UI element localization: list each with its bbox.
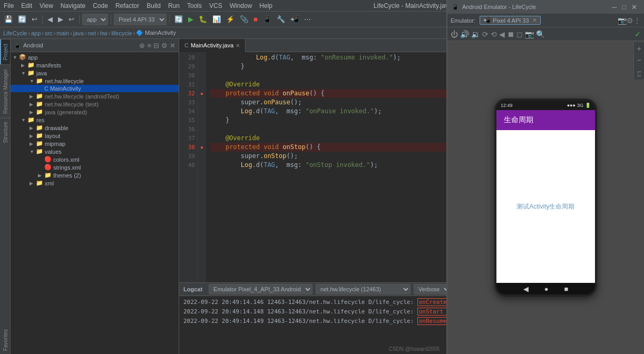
menu-view[interactable]: View (36, 1, 57, 11)
toolbar-sdk-btn[interactable]: 🔧 (275, 14, 287, 24)
emulator-maximize-btn[interactable]: □ (619, 2, 629, 12)
emulator-toolbar: Emulator: 📲 Pixel 4 API 33 ✕ 📷 ⚙ ⋮ (447, 14, 644, 27)
toolbar-profile-btn[interactable]: 📊 (210, 14, 223, 24)
bc-src[interactable]: src (45, 30, 53, 36)
tree-java[interactable]: ▼ 📁 java (11, 69, 179, 77)
toolbar-forward-btn[interactable]: ▶ (56, 14, 65, 24)
menu-window[interactable]: Window (226, 1, 256, 11)
emulator-minimize-btn[interactable]: ─ (609, 2, 619, 12)
emu-overview-btn[interactable]: ◻ (516, 30, 523, 38)
phone-recent-btn[interactable]: ■ (564, 285, 569, 293)
emu-more-btn[interactable]: ⋮ (633, 16, 641, 25)
toolbar-sync-btn[interactable]: 🔄 (16, 14, 28, 24)
tab-favorites[interactable]: Favorites (0, 326, 10, 354)
toolbar-sync2-btn[interactable]: 🔄 (172, 14, 185, 24)
tree-res[interactable]: ▼ 📁 res (11, 116, 179, 124)
bc-lifecycle2[interactable]: lifecycle (111, 30, 132, 36)
tree-xml[interactable]: ▶ 📁 xml (11, 179, 179, 187)
phone-back-btn[interactable]: ◀ (523, 285, 529, 293)
toolbar-coverage-btn[interactable]: ⚡ (224, 14, 237, 24)
device-select[interactable]: Pixel 4 API 33 (114, 14, 167, 25)
panel-collapse-icon[interactable]: ✕ (170, 42, 175, 50)
emu-side-plus[interactable]: + (637, 44, 641, 53)
toolbar-back-btn[interactable]: ◀ (45, 14, 55, 24)
toolbar-refresh-btn[interactable]: ↩ (30, 14, 40, 24)
emu-settings-btn[interactable]: ⚙ (627, 16, 633, 25)
emulator-tab-close[interactable]: ✕ (532, 17, 537, 24)
toolbar-avd-btn[interactable]: 📲 (288, 14, 301, 24)
toolbar-sep-4 (169, 15, 170, 24)
tab-resource-manager[interactable]: Resource Manager (0, 64, 10, 118)
toolbar-undo-btn[interactable]: ↩ (66, 14, 76, 24)
menu-tools[interactable]: Tools (183, 1, 206, 11)
tree-values[interactable]: ▼ 📁 values (11, 148, 179, 155)
phone-home-btn[interactable]: ● (544, 285, 549, 293)
logcat-device-select[interactable]: Emulator Pixel_4_API_33 Android (209, 284, 313, 294)
tree-strings-xml[interactable]: 🔴 strings.xml (11, 163, 179, 171)
emu-back-btn[interactable]: ◀ (499, 30, 505, 38)
bc-hw[interactable]: hw (100, 30, 108, 36)
emu-rotate-btn[interactable]: ⟳ (482, 30, 489, 38)
tree-java-generated[interactable]: ▶ 📁 java (generated) (11, 108, 179, 116)
toolbar-more-btn[interactable]: ⋯ (302, 14, 313, 24)
bc-lifecycle[interactable]: LifeCycle (3, 30, 27, 36)
editor-tab-mainactivity[interactable]: C MainActivity.java ✕ (179, 39, 246, 52)
emu-vol-dn-btn[interactable]: 🔉 (471, 30, 480, 38)
tree-manifests[interactable]: ▶ 📁 manifests (11, 61, 179, 69)
tree-package[interactable]: ▼ 📁 net.hw.lifecycle (11, 77, 179, 85)
toolbar-debug-btn[interactable]: 🐛 (197, 14, 209, 24)
emu-snapshot-btn[interactable]: 📷 (618, 16, 627, 25)
menu-navigate[interactable]: Navigate (57, 1, 89, 11)
emu-power-btn[interactable]: ⏻ (451, 30, 458, 38)
signal-icon: 3G (577, 103, 583, 108)
folder-icon: 📁 (36, 77, 43, 84)
panel-add-icon[interactable]: ⊕ (139, 42, 145, 50)
bc-net[interactable]: net (88, 30, 96, 36)
emulator-close-btn[interactable]: ✕ (629, 2, 640, 12)
toolbar-device-mgr-btn[interactable]: 📱 (261, 14, 274, 24)
tab-close-icon[interactable]: ✕ (236, 43, 240, 48)
bc-main[interactable]: main (56, 30, 69, 36)
toolbar-save-btn[interactable]: 💾 (2, 14, 15, 24)
emulator-device-tab[interactable]: 📲 Pixel 4 API 33 ✕ (480, 16, 541, 25)
emu-rotate2-btn[interactable]: ⟲ (491, 30, 497, 38)
panel-settings-icon[interactable]: ⚙ (161, 42, 168, 50)
menu-file[interactable]: File (0, 1, 17, 11)
tree-drawable[interactable]: ▶ 📁 drawable (11, 124, 179, 132)
menu-run[interactable]: Run (164, 1, 183, 11)
tree-android-test[interactable]: ▶ 📁 net.hw.lifecycle (androidTest) (11, 92, 179, 100)
tree-test[interactable]: ▶ 📁 net.hw.lifecycle (test) (11, 100, 179, 108)
toolbar-run-btn[interactable]: ▶ (186, 14, 196, 24)
emu-side-minus[interactable]: − (637, 56, 641, 64)
menu-edit[interactable]: Edit (17, 1, 36, 11)
menu-help[interactable]: Help (256, 1, 276, 11)
tree-themes[interactable]: ▶ 📁 themes (2) (11, 171, 179, 179)
menu-code[interactable]: Code (89, 1, 112, 11)
tab-project[interactable]: Project (0, 39, 10, 64)
tree-layout[interactable]: ▶ 📁 layout (11, 132, 179, 140)
tab-structure[interactable]: Structure (0, 118, 10, 146)
xml-icon: 🔴 (44, 156, 52, 163)
emu-zoom-btn[interactable]: 🔍 (536, 30, 545, 38)
emu-vol-up-btn[interactable]: 🔊 (460, 30, 469, 38)
toolbar-stop-btn[interactable]: ■ (251, 14, 260, 24)
menu-refactor[interactable]: Refactor (112, 1, 143, 11)
logcat-level-select[interactable]: Verbose (414, 284, 451, 294)
menu-vcs[interactable]: VCS (206, 1, 226, 11)
app-config-select[interactable]: app (82, 14, 108, 25)
tree-colors-xml[interactable]: 🔴 colors.xml (11, 155, 179, 163)
panel-filter-icon[interactable]: ⊟ (153, 42, 159, 50)
toolbar-attach-btn[interactable]: 📎 (238, 14, 250, 24)
tree-app[interactable]: ▼ 📦 app (11, 53, 179, 61)
panel-sync-icon[interactable]: ≡ (147, 42, 151, 50)
tree-mipmap[interactable]: ▶ 📁 mipmap (11, 140, 179, 148)
emu-camera-btn[interactable]: 📷 (525, 30, 534, 38)
bc-mainactivity: 🔷 MainActivity (136, 30, 176, 36)
tree-mainactivity[interactable]: C MainActivity (11, 85, 179, 92)
logcat-package-select[interactable]: net.hw.lifecycle (12463) (316, 284, 411, 294)
project-panel: 📱 Android ⊕ ≡ ⊟ ⚙ ✕ ▼ 📦 app ▶ 📁 manifest… (11, 39, 179, 354)
bc-java[interactable]: java (73, 30, 84, 36)
menu-build[interactable]: Build (143, 1, 164, 11)
bc-app[interactable]: app (31, 30, 41, 36)
emu-home-btn[interactable]: ⏹ (507, 30, 514, 38)
